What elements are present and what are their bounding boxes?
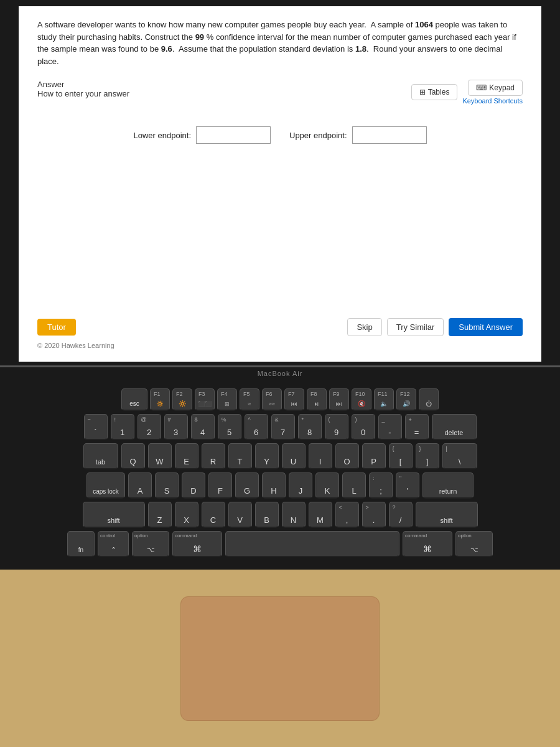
key-f3[interactable]: ⬛⬛F3 [195, 388, 215, 411]
key-return[interactable]: return [422, 472, 474, 499]
key-l[interactable]: L [342, 472, 366, 499]
key-f1[interactable]: 🔅F1 [150, 388, 170, 411]
key-a[interactable]: A [128, 472, 152, 499]
tables-button[interactable]: ⊞ Tables [411, 84, 458, 100]
screen-bezel: A software developer wants to know how m… [0, 0, 560, 365]
key-r[interactable]: R [202, 443, 225, 469]
key-s[interactable]: S [155, 472, 179, 499]
key-minus[interactable]: _- [378, 414, 402, 440]
key-f12[interactable]: 🔊F12 [396, 388, 416, 411]
screen-content: A software developer wants to know how m… [19, 6, 541, 362]
lower-endpoint-group: Lower endpoint: [133, 126, 271, 144]
key-f8[interactable]: ⏯F8 [307, 388, 327, 411]
key-b[interactable]: B [255, 502, 279, 528]
skip-button[interactable]: Skip [347, 318, 381, 336]
submit-button[interactable]: Submit Answer [449, 318, 523, 336]
how-to-link[interactable]: How to enter your answer [37, 89, 129, 98]
key-k[interactable]: K [315, 472, 339, 499]
key-e[interactable]: E [175, 443, 198, 469]
key-option-right[interactable]: option ⌥ [455, 531, 493, 557]
key-w[interactable]: W [148, 443, 172, 469]
key-esc[interactable]: esc [121, 388, 147, 411]
key-f[interactable]: F [208, 472, 232, 499]
key-f6[interactable]: ≈≈F6 [262, 388, 282, 411]
key-7[interactable]: &7 [271, 414, 295, 440]
key-control[interactable]: control ⌃ [98, 531, 129, 557]
key-shift-right[interactable]: shift [416, 502, 478, 528]
key-f2[interactable]: 🔆F2 [172, 388, 192, 411]
key-f4[interactable]: ⊞F4 [217, 388, 237, 411]
key-d[interactable]: D [182, 472, 205, 499]
screen-area: A software developer wants to know how m… [0, 0, 560, 367]
key-equals[interactable]: += [405, 414, 429, 440]
key-delete[interactable]: delete [432, 414, 477, 440]
key-quote[interactable]: "' [396, 472, 419, 499]
answer-section: Answer How to enter your answer ⊞ Tables… [37, 80, 523, 349]
key-f10[interactable]: 🔇F10 [352, 388, 371, 411]
key-2[interactable]: @2 [138, 414, 161, 440]
key-lbracket[interactable]: {[ [389, 443, 413, 469]
key-4[interactable]: $4 [191, 414, 215, 440]
top-buttons: ⊞ Tables ⌨ Keypad Keyboard Shortcuts [411, 80, 523, 105]
bottom-bar: Tutor Skip Try Similar Submit Answer [37, 312, 523, 339]
keyboard-shortcuts-link[interactable]: Keyboard Shortcuts [462, 97, 523, 105]
key-slash[interactable]: ?/ [389, 502, 413, 528]
macbook-label: MacBook Air [0, 367, 560, 382]
key-power[interactable]: ⏻ [419, 388, 439, 411]
key-q[interactable]: Q [121, 443, 145, 469]
key-f9[interactable]: ⏭F9 [329, 388, 349, 411]
key-1[interactable]: !1 [111, 414, 134, 440]
endpoint-row: Lower endpoint: Upper endpoint: [37, 126, 523, 144]
key-g[interactable]: G [235, 472, 259, 499]
zxcv-row: shift Z X C V B N M <, >. ?/ shift [12, 502, 548, 528]
key-j[interactable]: J [289, 472, 312, 499]
key-command-left[interactable]: command ⌘ [172, 531, 222, 557]
key-space[interactable] [225, 531, 399, 557]
key-semicolon[interactable]: :; [369, 472, 393, 499]
key-3[interactable]: #3 [164, 414, 188, 440]
keypad-icon: ⌨ [476, 83, 487, 92]
key-p[interactable]: P [362, 443, 386, 469]
key-8[interactable]: *8 [298, 414, 322, 440]
lower-endpoint-input[interactable] [196, 126, 271, 144]
key-o[interactable]: O [335, 443, 359, 469]
key-x[interactable]: X [175, 502, 198, 528]
key-command-right[interactable]: command ⌘ [403, 531, 452, 557]
key-y[interactable]: Y [255, 443, 279, 469]
confidence-level: 99 [195, 32, 204, 42]
key-5[interactable]: %5 [218, 414, 241, 440]
key-t[interactable]: T [228, 443, 252, 469]
key-0[interactable]: )0 [352, 414, 375, 440]
key-f5[interactable]: ≈F5 [240, 388, 259, 411]
lower-endpoint-label: Lower endpoint: [133, 131, 191, 140]
key-f11[interactable]: 🔈F11 [374, 388, 394, 411]
key-shift-left[interactable]: shift [83, 502, 145, 528]
key-backslash[interactable]: |\ [442, 443, 477, 469]
try-similar-button[interactable]: Try Similar [387, 318, 444, 336]
key-f7[interactable]: ⏮F7 [284, 388, 304, 411]
key-n[interactable]: N [282, 502, 306, 528]
key-fn[interactable]: fn [67, 531, 95, 557]
keypad-button[interactable]: ⌨ Keypad [468, 80, 523, 96]
trackpad[interactable] [180, 596, 380, 721]
key-backtick[interactable]: ~` [84, 414, 108, 440]
action-buttons: Skip Try Similar Submit Answer [347, 318, 523, 336]
key-v[interactable]: V [228, 502, 252, 528]
key-capslock[interactable]: caps lock [86, 472, 125, 499]
tutor-button[interactable]: Tutor [37, 319, 76, 336]
key-comma[interactable]: <, [335, 502, 359, 528]
upper-endpoint-input[interactable] [352, 126, 427, 144]
key-tab[interactable]: tab [83, 443, 118, 469]
key-9[interactable]: (9 [325, 414, 348, 440]
key-period[interactable]: >. [362, 502, 386, 528]
key-rbracket[interactable]: }] [416, 443, 439, 469]
number-row: ~` !1 @2 #3 $4 %5 ^6 &7 *8 (9 )0 _- += d… [12, 414, 548, 440]
key-m[interactable]: M [309, 502, 332, 528]
key-z[interactable]: Z [148, 502, 172, 528]
key-h[interactable]: H [262, 472, 286, 499]
key-i[interactable]: I [309, 443, 332, 469]
key-u[interactable]: U [282, 443, 306, 469]
key-c[interactable]: C [202, 502, 225, 528]
key-option-left[interactable]: option ⌥ [132, 531, 169, 557]
key-6[interactable]: ^6 [245, 414, 268, 440]
